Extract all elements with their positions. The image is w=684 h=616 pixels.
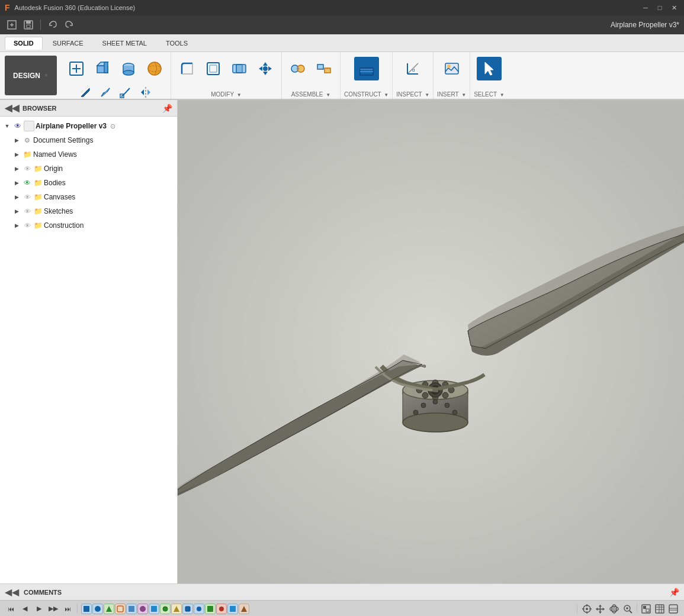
loft-btn[interactable] xyxy=(96,84,115,101)
tl-item-6[interactable] xyxy=(137,604,148,614)
origin-eye-icon[interactable]: 👁 xyxy=(23,164,32,173)
timeline-prev-btn[interactable]: ◀ xyxy=(19,603,31,615)
tl-item-14[interactable] xyxy=(227,604,238,614)
move-btn[interactable] xyxy=(253,57,278,80)
nav-pan-btn[interactable] xyxy=(595,603,606,615)
insert-icons xyxy=(439,54,464,90)
svg-rect-104 xyxy=(646,609,649,612)
modify-label: MODIFY ▼ xyxy=(211,90,241,98)
tl-item-13[interactable] xyxy=(216,604,227,614)
comments-arrows[interactable]: ◀◀ xyxy=(5,586,19,598)
svg-point-16 xyxy=(123,70,134,75)
display-mode-btn[interactable] xyxy=(640,603,652,615)
timeline-last-btn[interactable]: ⏭ xyxy=(62,603,73,615)
document-title: Airplane Propeller v3* xyxy=(611,21,679,29)
tab-tools[interactable]: TOOLS xyxy=(157,37,197,50)
sphere-btn[interactable] xyxy=(142,57,167,80)
maximize-btn[interactable]: □ xyxy=(654,2,665,13)
timeline-next-btn[interactable]: ▶▶ xyxy=(47,603,59,615)
tl-item-4[interactable] xyxy=(115,604,126,614)
tl-item-10[interactable] xyxy=(182,604,193,614)
redo-btn[interactable] xyxy=(62,18,76,32)
root-eye[interactable]: 👁 xyxy=(13,121,23,131)
measure-btn[interactable]: d xyxy=(400,57,425,80)
tree-construction[interactable]: ▶ 👁 📁 Construction xyxy=(0,218,177,233)
timeline-sep xyxy=(77,604,78,614)
ribbon-group-inspect: d INSPECT ▼ xyxy=(393,52,433,99)
minimize-btn[interactable]: ─ xyxy=(640,2,651,13)
undo-btn[interactable] xyxy=(46,18,60,32)
close-btn[interactable]: ✕ xyxy=(669,2,679,13)
combine-btn[interactable] xyxy=(227,57,252,80)
named-views-folder-icon: 📁 xyxy=(23,150,32,159)
insert-image-btn[interactable] xyxy=(439,57,464,80)
sweep-btn[interactable] xyxy=(116,84,135,101)
tree-root[interactable]: ▼ 👁 Airplane Propeller v3 ⊙ xyxy=(0,119,177,133)
align-btn[interactable] xyxy=(312,57,336,80)
nav-orbit-btn[interactable] xyxy=(608,603,620,615)
tab-solid[interactable]: SOLID xyxy=(5,37,43,50)
sketch-btn[interactable] xyxy=(76,84,95,101)
shell-btn[interactable] xyxy=(201,57,226,80)
new-component-btn[interactable] xyxy=(64,57,89,80)
tree-origin[interactable]: ▶ 👁 📁 Origin xyxy=(0,162,177,176)
grid-btn[interactable] xyxy=(654,603,666,615)
svg-point-78 xyxy=(140,606,146,612)
tree-sketches[interactable]: ▶ 👁 📁 Sketches xyxy=(0,204,177,218)
select-icons xyxy=(477,54,502,90)
tl-item-9[interactable] xyxy=(171,604,182,614)
offset-plane-btn[interactable] xyxy=(354,57,379,80)
tl-item-15[interactable] xyxy=(239,604,249,614)
tl-item-11[interactable] xyxy=(194,604,204,614)
main-layout: ◀◀ BROWSER 📌 ▼ 👁 Airplane Propeller v3 ⊙… xyxy=(0,100,684,583)
tl-item-1[interactable] xyxy=(81,604,92,614)
new-btn[interactable] xyxy=(5,18,19,32)
save-btn[interactable] xyxy=(21,18,36,32)
timeline-first-btn[interactable]: ⏮ xyxy=(5,603,17,615)
revolve-btn[interactable] xyxy=(116,57,141,80)
tree-bodies[interactable]: ▶ 👁 📁 Bodies xyxy=(0,176,177,190)
nav-target-btn[interactable] xyxy=(581,603,593,615)
tree-canvases[interactable]: ▶ 👁 📁 Canvases xyxy=(0,190,177,204)
extrude-btn[interactable] xyxy=(90,57,115,80)
quick-access-toolbar: Airplane Propeller v3* xyxy=(0,15,684,34)
mirror-btn[interactable] xyxy=(136,84,155,101)
tl-item-7[interactable] xyxy=(149,604,159,614)
viewport[interactable] xyxy=(178,100,684,583)
design-dropdown-btn[interactable]: DESIGN ▼ xyxy=(5,56,57,95)
tl-item-5[interactable] xyxy=(126,604,137,614)
tl-item-2[interactable] xyxy=(92,604,103,614)
canvases-eye-icon[interactable]: 👁 xyxy=(23,192,32,202)
svg-marker-31 xyxy=(263,72,268,75)
fillet-btn[interactable] xyxy=(175,57,200,80)
ribbon-group-insert: INSERT ▼ xyxy=(433,52,470,99)
construction-eye-icon[interactable]: 👁 xyxy=(23,221,32,230)
app-title-bar: F Autodesk Fusion 360 (Education License… xyxy=(0,0,684,15)
svg-rect-79 xyxy=(151,606,157,612)
ribbon-group-create: CREATE ▼ xyxy=(60,52,171,99)
origin-folder-icon: 📁 xyxy=(33,164,43,173)
sketches-eye-icon[interactable]: 👁 xyxy=(23,207,32,216)
root-settings-icon[interactable]: ⊙ xyxy=(110,122,115,130)
tree-named-views[interactable]: ▶ 📁 Named Views xyxy=(0,147,177,162)
timeline-play-btn[interactable]: ▶ xyxy=(33,603,45,615)
tab-sheet-metal[interactable]: SHEET METAL xyxy=(94,37,156,50)
tree-doc-settings[interactable]: ▶ ⚙ Document Settings xyxy=(0,133,177,147)
tl-item-8[interactable] xyxy=(160,604,171,614)
tab-surface[interactable]: SURFACE xyxy=(44,37,92,50)
svg-rect-27 xyxy=(210,65,217,72)
nav-zoom-btn[interactable] xyxy=(622,603,634,615)
browser-pin-btn[interactable]: 📌 xyxy=(162,104,172,113)
joint-btn[interactable] xyxy=(285,57,310,80)
tl-item-3[interactable] xyxy=(104,604,114,614)
tl-item-12[interactable] xyxy=(205,604,216,614)
bodies-eye-icon[interactable]: 👁 xyxy=(23,178,32,188)
bodies-folder-icon: 📁 xyxy=(33,178,43,188)
modify-icons xyxy=(175,54,278,90)
timeline-icons xyxy=(81,604,573,614)
select-btn[interactable] xyxy=(477,57,502,80)
view-mode-btn[interactable] xyxy=(667,603,679,615)
nav-sep1 xyxy=(637,603,637,612)
comments-pin-btn[interactable]: 📌 xyxy=(669,588,679,597)
svg-point-69 xyxy=(421,403,426,408)
